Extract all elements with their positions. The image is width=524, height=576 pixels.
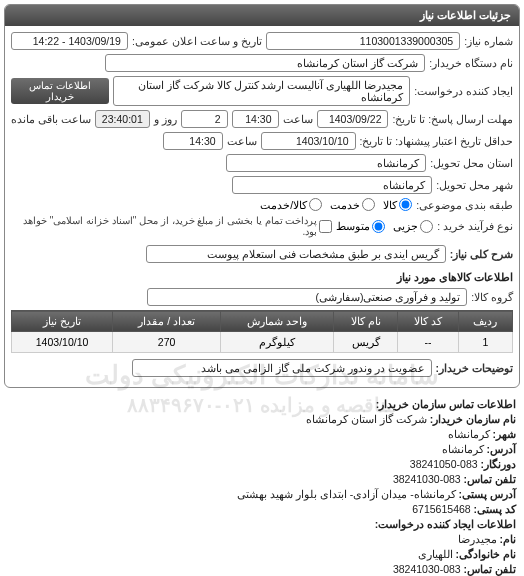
zip-label: کد پستی: [474, 503, 516, 515]
announce-field: 1403/09/19 - 14:22 [11, 32, 128, 50]
radio-kala[interactable]: کالا [383, 198, 412, 211]
city-label: شهر: [493, 428, 517, 440]
days-field: 2 [181, 110, 228, 128]
buyer-note-field: عضویت در وندور شرکت ملی گاز الزامی می با… [132, 359, 432, 377]
goods-table: ردیف کد کالا نام کالا واحد شمارش تعداد /… [11, 310, 513, 353]
buyer-note-label: توضیحات خریدار: [436, 362, 513, 374]
cell-date: 1403/10/10 [12, 332, 113, 353]
need-title-label: شرح کلی نیاز: [450, 248, 513, 260]
postal-label: آدرس پستی: [459, 488, 516, 500]
th-qty: تعداد / مقدار [113, 311, 221, 332]
contact-button[interactable]: اطلاعات تماس خریدار [11, 78, 109, 104]
panel-body: شماره نیاز: 1103001339000305 تاریخ و ساع… [5, 26, 519, 387]
org-label: نام سازمان خریدار: [430, 413, 516, 425]
delivery-city-field: کرمانشاه [232, 176, 432, 194]
cell-code: -- [398, 332, 459, 353]
treasury-checkbox-input[interactable] [319, 220, 332, 233]
cell-unit: کیلوگرم [221, 332, 334, 353]
announce-label: تاریخ و ساعت اعلان عمومی: [132, 35, 262, 47]
fax-label: دورنگار: [481, 458, 517, 470]
need-no-label: شماره نیاز: [464, 35, 513, 47]
creator-label: ایجاد کننده درخواست: [414, 85, 513, 97]
cphone-value: 083-38241030 [393, 563, 461, 575]
treasury-checkbox[interactable]: پرداخت تمام یا بخشی از مبلغ خرید، از محل… [11, 215, 332, 237]
org-value: شرکت گاز استان کرمانشاه [306, 413, 427, 425]
radio-partial-input[interactable] [420, 220, 433, 233]
delivery-city-label: شهر محل تحویل: [436, 179, 513, 191]
goods-section-title: اطلاعات کالاهای مورد نیاز [11, 271, 513, 284]
phone-value: 083-38241030 [393, 473, 461, 485]
goods-group-field: تولید و فرآوری صنعتی(سفارشی) [147, 288, 467, 306]
contact-info-block: اطلاعات تماس سازمان خریدار: نام سازمان خ… [0, 392, 524, 576]
radio-medium-input[interactable] [372, 220, 385, 233]
req-section-title: اطلاعات ایجاد کننده درخواست: [375, 518, 516, 530]
details-panel: جزئیات اطلاعات نیاز شماره نیاز: 11030013… [4, 4, 520, 388]
th-date: تاریخ نیاز [12, 311, 113, 332]
creator-field: مجیدرضا اللهیاری آنالیست ارشد کنترل کالا… [113, 76, 410, 106]
radio-partial[interactable]: جزیی [393, 220, 433, 233]
buyer-org-field: شرکت گاز استان کرمانشاه [105, 54, 425, 72]
fax-value: 083-38241050 [410, 458, 478, 470]
radio-kalakhadmat-input[interactable] [309, 198, 322, 211]
contact-section-title: اطلاعات تماس سازمان خریدار: [376, 398, 516, 410]
radio-kala-input[interactable] [399, 198, 412, 211]
cell-qty: 270 [113, 332, 221, 353]
remain-time-field: 23:40:01 [95, 110, 150, 128]
radio-medium[interactable]: متوسط [336, 220, 385, 233]
address-label: آدرس: [487, 443, 517, 455]
th-name: نام کالا [334, 311, 398, 332]
reply-deadline-label: مهلت ارسال پاسخ: تا تاریخ: [392, 113, 513, 125]
last-value: اللهیاری [418, 548, 453, 560]
validity-time-label: ساعت [227, 135, 257, 147]
radio-khadmat-input[interactable] [362, 198, 375, 211]
first-label: نام: [500, 533, 517, 545]
cell-idx: 1 [458, 332, 512, 353]
class-radio-group: کالا خدمت کالا/خدمت [260, 198, 412, 211]
days-label: روز و [154, 113, 177, 125]
table-header-row: ردیف کد کالا نام کالا واحد شمارش تعداد /… [12, 311, 513, 332]
radio-khadmat[interactable]: خدمت [330, 198, 375, 211]
th-code: کد کالا [398, 311, 459, 332]
reply-time-label: ساعت [283, 113, 313, 125]
purchase-radio-group: جزیی متوسط [336, 220, 433, 233]
goods-group-label: گروه کالا: [471, 291, 513, 303]
th-unit: واحد شمارش [221, 311, 334, 332]
validity-date-field: 1403/10/10 [261, 132, 356, 150]
table-row: 1 -- گریس کیلوگرم 270 1403/10/10 [12, 332, 513, 353]
reply-time-field: 14:30 [232, 110, 279, 128]
phone-label: تلفن تماس: [464, 473, 516, 485]
remain-label: ساعت باقی مانده [11, 113, 91, 125]
delivery-state-label: استان محل تحویل: [430, 157, 513, 169]
class-label: طبقه بندی موضوعی: [416, 199, 513, 211]
radio-kalakhadmat[interactable]: کالا/خدمت [260, 198, 322, 211]
panel-title: جزئیات اطلاعات نیاز [5, 5, 519, 26]
th-idx: ردیف [458, 311, 512, 332]
buyer-org-label: نام دستگاه خریدار: [429, 57, 513, 69]
validity-time-field: 14:30 [163, 132, 223, 150]
last-label: نام خانوادگی: [456, 548, 516, 560]
cphone-label: تلفن تماس: [464, 563, 516, 575]
need-no-field: 1103001339000305 [266, 32, 461, 50]
city-value: کرمانشاه [448, 428, 490, 440]
purchase-type-label: نوع فرآیند خرید : [437, 220, 513, 232]
validity-label: حداقل تاریخ اعتبار پیشنهاد: تا تاریخ: [360, 135, 513, 147]
address-value: کرمانشاه [442, 443, 484, 455]
delivery-state-field: کرمانشاه [226, 154, 426, 172]
zip-value: 6715615468 [412, 503, 470, 515]
reply-date-field: 1403/09/22 [317, 110, 389, 128]
first-value: مجیدرضا [458, 533, 497, 545]
cell-name: گریس [334, 332, 398, 353]
need-title-field: گریس ایندی بر طبق مشخصات فنی استعلام پیو… [146, 245, 446, 263]
postal-value: کرمانشاه- میدان آزادی- ابتدای بلوار شهید… [237, 488, 456, 500]
